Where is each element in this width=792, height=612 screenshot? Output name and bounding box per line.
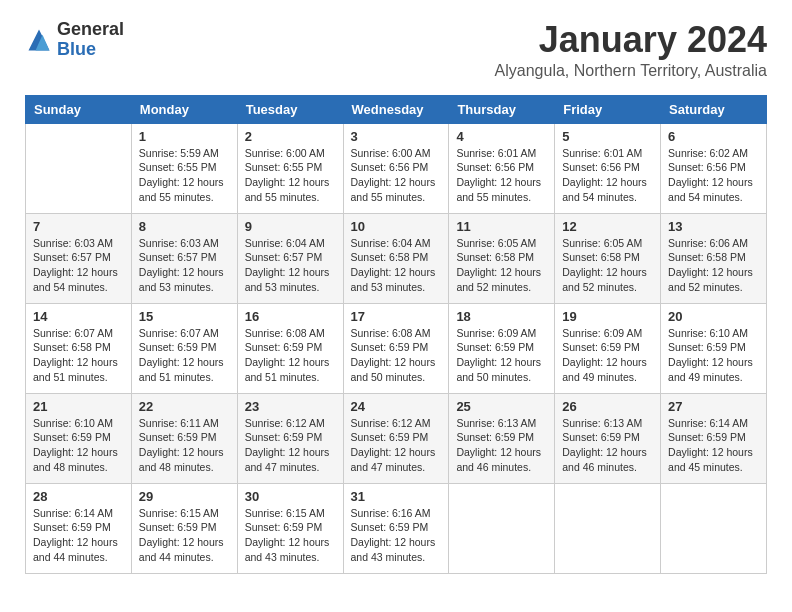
table-row: 10Sunrise: 6:04 AM Sunset: 6:58 PM Dayli…: [343, 213, 449, 303]
header-sunday: Sunday: [26, 95, 132, 123]
header-saturday: Saturday: [661, 95, 767, 123]
table-row: 24Sunrise: 6:12 AM Sunset: 6:59 PM Dayli…: [343, 393, 449, 483]
table-row: 26Sunrise: 6:13 AM Sunset: 6:59 PM Dayli…: [555, 393, 661, 483]
day-number: 20: [668, 309, 759, 324]
day-info: Sunrise: 6:14 AM Sunset: 6:59 PM Dayligh…: [668, 416, 759, 475]
day-number: 24: [351, 399, 442, 414]
table-row: 23Sunrise: 6:12 AM Sunset: 6:59 PM Dayli…: [237, 393, 343, 483]
day-info: Sunrise: 6:12 AM Sunset: 6:59 PM Dayligh…: [245, 416, 336, 475]
day-number: 10: [351, 219, 442, 234]
day-number: 13: [668, 219, 759, 234]
logo-icon: [25, 26, 53, 54]
day-number: 15: [139, 309, 230, 324]
day-info: Sunrise: 6:13 AM Sunset: 6:59 PM Dayligh…: [456, 416, 547, 475]
day-number: 22: [139, 399, 230, 414]
header-monday: Monday: [131, 95, 237, 123]
header-wednesday: Wednesday: [343, 95, 449, 123]
day-number: 18: [456, 309, 547, 324]
table-row: 17Sunrise: 6:08 AM Sunset: 6:59 PM Dayli…: [343, 303, 449, 393]
day-info: Sunrise: 6:06 AM Sunset: 6:58 PM Dayligh…: [668, 236, 759, 295]
table-row: 30Sunrise: 6:15 AM Sunset: 6:59 PM Dayli…: [237, 483, 343, 573]
day-number: 30: [245, 489, 336, 504]
calendar-week-row: 1Sunrise: 5:59 AM Sunset: 6:55 PM Daylig…: [26, 123, 767, 213]
day-number: 6: [668, 129, 759, 144]
table-row: 31Sunrise: 6:16 AM Sunset: 6:59 PM Dayli…: [343, 483, 449, 573]
table-row: 19Sunrise: 6:09 AM Sunset: 6:59 PM Dayli…: [555, 303, 661, 393]
day-info: Sunrise: 6:03 AM Sunset: 6:57 PM Dayligh…: [139, 236, 230, 295]
day-number: 31: [351, 489, 442, 504]
calendar-week-row: 7Sunrise: 6:03 AM Sunset: 6:57 PM Daylig…: [26, 213, 767, 303]
table-row: 21Sunrise: 6:10 AM Sunset: 6:59 PM Dayli…: [26, 393, 132, 483]
day-info: Sunrise: 6:00 AM Sunset: 6:56 PM Dayligh…: [351, 146, 442, 205]
day-number: 3: [351, 129, 442, 144]
page-header: General Blue January 2024 Alyangula, Nor…: [25, 20, 767, 80]
day-number: 4: [456, 129, 547, 144]
day-info: Sunrise: 6:16 AM Sunset: 6:59 PM Dayligh…: [351, 506, 442, 565]
month-title: January 2024: [495, 20, 767, 60]
day-number: 11: [456, 219, 547, 234]
day-number: 9: [245, 219, 336, 234]
day-info: Sunrise: 6:09 AM Sunset: 6:59 PM Dayligh…: [562, 326, 653, 385]
day-number: 25: [456, 399, 547, 414]
table-row: 27Sunrise: 6:14 AM Sunset: 6:59 PM Dayli…: [661, 393, 767, 483]
day-info: Sunrise: 5:59 AM Sunset: 6:55 PM Dayligh…: [139, 146, 230, 205]
calendar-week-row: 28Sunrise: 6:14 AM Sunset: 6:59 PM Dayli…: [26, 483, 767, 573]
table-row: 4Sunrise: 6:01 AM Sunset: 6:56 PM Daylig…: [449, 123, 555, 213]
calendar-week-row: 14Sunrise: 6:07 AM Sunset: 6:58 PM Dayli…: [26, 303, 767, 393]
logo-blue-text: Blue: [57, 40, 124, 60]
day-number: 2: [245, 129, 336, 144]
day-number: 26: [562, 399, 653, 414]
table-row: 2Sunrise: 6:00 AM Sunset: 6:55 PM Daylig…: [237, 123, 343, 213]
day-info: Sunrise: 6:10 AM Sunset: 6:59 PM Dayligh…: [668, 326, 759, 385]
table-row: 25Sunrise: 6:13 AM Sunset: 6:59 PM Dayli…: [449, 393, 555, 483]
day-info: Sunrise: 6:13 AM Sunset: 6:59 PM Dayligh…: [562, 416, 653, 475]
day-number: 16: [245, 309, 336, 324]
header-friday: Friday: [555, 95, 661, 123]
day-number: 23: [245, 399, 336, 414]
table-row: 28Sunrise: 6:14 AM Sunset: 6:59 PM Dayli…: [26, 483, 132, 573]
day-info: Sunrise: 6:05 AM Sunset: 6:58 PM Dayligh…: [456, 236, 547, 295]
title-block: January 2024 Alyangula, Northern Territo…: [495, 20, 767, 80]
day-number: 21: [33, 399, 124, 414]
table-row: 29Sunrise: 6:15 AM Sunset: 6:59 PM Dayli…: [131, 483, 237, 573]
day-number: 29: [139, 489, 230, 504]
table-row: 9Sunrise: 6:04 AM Sunset: 6:57 PM Daylig…: [237, 213, 343, 303]
day-info: Sunrise: 6:15 AM Sunset: 6:59 PM Dayligh…: [139, 506, 230, 565]
day-info: Sunrise: 6:14 AM Sunset: 6:59 PM Dayligh…: [33, 506, 124, 565]
table-row: 13Sunrise: 6:06 AM Sunset: 6:58 PM Dayli…: [661, 213, 767, 303]
header-tuesday: Tuesday: [237, 95, 343, 123]
day-info: Sunrise: 6:11 AM Sunset: 6:59 PM Dayligh…: [139, 416, 230, 475]
table-row: 15Sunrise: 6:07 AM Sunset: 6:59 PM Dayli…: [131, 303, 237, 393]
header-thursday: Thursday: [449, 95, 555, 123]
calendar-table: Sunday Monday Tuesday Wednesday Thursday…: [25, 95, 767, 574]
table-row: 20Sunrise: 6:10 AM Sunset: 6:59 PM Dayli…: [661, 303, 767, 393]
day-number: 28: [33, 489, 124, 504]
day-info: Sunrise: 6:04 AM Sunset: 6:58 PM Dayligh…: [351, 236, 442, 295]
day-number: 17: [351, 309, 442, 324]
day-number: 12: [562, 219, 653, 234]
day-info: Sunrise: 6:01 AM Sunset: 6:56 PM Dayligh…: [456, 146, 547, 205]
day-info: Sunrise: 6:03 AM Sunset: 6:57 PM Dayligh…: [33, 236, 124, 295]
table-row: 3Sunrise: 6:00 AM Sunset: 6:56 PM Daylig…: [343, 123, 449, 213]
day-number: 8: [139, 219, 230, 234]
logo-general-text: General: [57, 20, 124, 40]
day-info: Sunrise: 6:05 AM Sunset: 6:58 PM Dayligh…: [562, 236, 653, 295]
day-info: Sunrise: 6:07 AM Sunset: 6:58 PM Dayligh…: [33, 326, 124, 385]
day-number: 27: [668, 399, 759, 414]
table-row: 22Sunrise: 6:11 AM Sunset: 6:59 PM Dayli…: [131, 393, 237, 483]
table-row: 1Sunrise: 5:59 AM Sunset: 6:55 PM Daylig…: [131, 123, 237, 213]
day-info: Sunrise: 6:08 AM Sunset: 6:59 PM Dayligh…: [245, 326, 336, 385]
location-title: Alyangula, Northern Territory, Australia: [495, 62, 767, 80]
day-info: Sunrise: 6:04 AM Sunset: 6:57 PM Dayligh…: [245, 236, 336, 295]
table-row: 6Sunrise: 6:02 AM Sunset: 6:56 PM Daylig…: [661, 123, 767, 213]
day-info: Sunrise: 6:12 AM Sunset: 6:59 PM Dayligh…: [351, 416, 442, 475]
day-info: Sunrise: 6:09 AM Sunset: 6:59 PM Dayligh…: [456, 326, 547, 385]
table-row: [555, 483, 661, 573]
table-row: [661, 483, 767, 573]
day-info: Sunrise: 6:00 AM Sunset: 6:55 PM Dayligh…: [245, 146, 336, 205]
table-row: 11Sunrise: 6:05 AM Sunset: 6:58 PM Dayli…: [449, 213, 555, 303]
table-row: 7Sunrise: 6:03 AM Sunset: 6:57 PM Daylig…: [26, 213, 132, 303]
logo: General Blue: [25, 20, 124, 60]
day-info: Sunrise: 6:10 AM Sunset: 6:59 PM Dayligh…: [33, 416, 124, 475]
table-row: [449, 483, 555, 573]
